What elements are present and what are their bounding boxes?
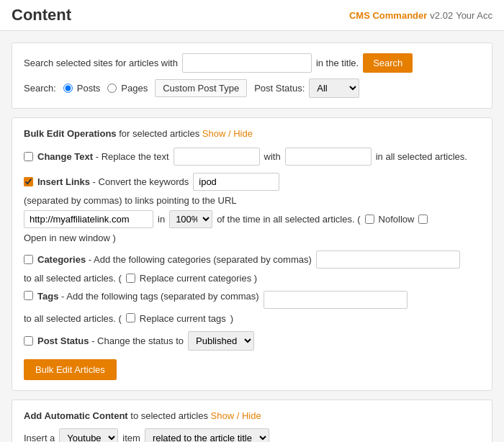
post-status-change-select[interactable]: Published Draft Pending	[188, 331, 254, 351]
to-all-tags-label: to all selected articles. (	[24, 313, 122, 324]
source-select[interactable]: Youtube Vimeo Twitter RSS	[59, 428, 118, 442]
change-text-checkbox[interactable]	[24, 152, 33, 161]
posts-label: Posts	[77, 83, 101, 94]
bulk-edit-articles-button[interactable]: Bulk Edit Articles	[24, 359, 117, 380]
change-text-to-input[interactable]	[285, 148, 372, 166]
in-all-selected-label: in all selected articles.	[376, 151, 467, 162]
auto-for-selected: to selected articles	[130, 410, 210, 421]
auto-content-row: Insert a Youtube Vimeo Twitter RSS item …	[24, 428, 480, 442]
in-label: in	[158, 214, 165, 225]
posts-radio[interactable]	[63, 84, 73, 93]
search-sites-label: Search selected sites for articles with	[24, 58, 178, 68]
related-select[interactable]: related to the article title latest	[145, 428, 269, 442]
categories-checkbox[interactable]	[24, 255, 33, 264]
for-selected-text: for selected articles	[119, 128, 202, 139]
replace-tags-end: )	[230, 313, 233, 324]
post-status-change-checkbox[interactable]	[24, 336, 33, 346]
tags-section: Tags - Add the following tags (separated…	[24, 291, 480, 324]
pages-radio[interactable]	[107, 84, 117, 93]
of-time-label: of the time in all selected articles. (	[217, 214, 360, 225]
tags-checkbox[interactable]	[24, 291, 33, 300]
item-label: item	[122, 433, 140, 442]
cms-commander-link[interactable]: CMS Commander	[349, 10, 427, 21]
post-status-change-label: Post Status - Change the status to	[37, 335, 184, 346]
insert-links-row2: in 100% 75% 50% 25% of the time in all s…	[24, 210, 480, 243]
insert-links-section: Insert Links - Convert the keywords (sep…	[24, 173, 480, 243]
auto-section-header: Add Automatic Content to selected articl…	[24, 410, 480, 421]
change-text-row: Change Text - Replace the text with in a…	[24, 148, 480, 166]
categories-row: Categories - Add the following categorie…	[24, 251, 480, 284]
post-status-label: Post Status:	[254, 83, 305, 94]
search-button[interactable]: Search	[363, 53, 413, 73]
auto-show-hide-link[interactable]: Show / Hide	[211, 410, 261, 421]
bulk-title: Bulk Edit Operations	[24, 128, 117, 139]
open-new-window-checkbox[interactable]	[418, 215, 428, 224]
percent-select[interactable]: 100% 75% 50% 25%	[169, 210, 212, 228]
your-acc-text: Your Acc	[456, 10, 492, 21]
tags-label: Tags - Add the following tags (separated…	[37, 291, 259, 302]
search-section: Search selected sites for articles with …	[12, 42, 492, 109]
tags-input[interactable]	[264, 291, 408, 309]
nofollow-checkbox[interactable]	[365, 215, 374, 224]
separated-by-label: (separated by commas) to links pointing …	[24, 195, 237, 206]
post-status-change-row: Post Status - Change the status to Publi…	[24, 331, 480, 351]
replace-categories-label: Replace current categories )	[140, 273, 257, 284]
replace-tags-checkbox[interactable]	[126, 313, 135, 323]
insert-links-row1: Insert Links - Convert the keywords (sep…	[24, 173, 480, 206]
tags-row: Tags - Add the following tags (separated…	[24, 291, 480, 324]
pages-label: Pages	[121, 83, 148, 94]
keywords-input[interactable]	[193, 173, 279, 191]
pages-radio-group: Pages	[107, 83, 148, 94]
in-title-text: in the title.	[316, 58, 359, 68]
nofollow-label: Nofollow	[379, 214, 415, 225]
posts-radio-group: Posts	[63, 83, 101, 94]
replace-categories-checkbox[interactable]	[126, 274, 135, 283]
post-status-select[interactable]: All Published Draft Pending	[309, 78, 359, 98]
post-status-group: Post Status: All Published Draft Pending	[254, 78, 359, 98]
top-bar-right: CMS Commander v2.02 Your Acc	[349, 10, 492, 21]
insert-links-label: Insert Links - Convert the keywords	[37, 176, 189, 187]
search-input[interactable]	[182, 53, 312, 73]
bulk-section-header: Bulk Edit Operations for selected articl…	[24, 128, 480, 139]
auto-content-section: Add Automatic Content to selected articl…	[12, 400, 492, 442]
search-row: Search selected sites for articles with …	[24, 53, 480, 73]
top-bar: Content CMS Commander v2.02 Your Acc	[0, 0, 504, 31]
change-text-from-input[interactable]	[174, 148, 260, 166]
with-label: with	[264, 151, 281, 162]
url-input[interactable]	[24, 210, 153, 228]
custom-post-type-button[interactable]: Custom Post Type	[155, 79, 247, 97]
insert-links-checkbox[interactable]	[24, 177, 33, 186]
bulk-show-hide-link[interactable]: Show / Hide	[202, 128, 253, 139]
open-new-window-label: Open in new window )	[24, 233, 116, 243]
categories-input[interactable]	[316, 251, 460, 269]
auto-title: Add Automatic Content	[24, 410, 128, 421]
page-title: Content	[12, 6, 71, 24]
replace-tags-label: Replace current tags	[140, 313, 226, 324]
insert-a-label: Insert a	[24, 433, 55, 442]
categories-label: Categories - Add the following categorie…	[37, 254, 312, 265]
main-content: Search selected sites for articles with …	[0, 31, 504, 442]
to-all-selected-cat: to all selected articles. (	[24, 273, 122, 284]
version-text: v2.02	[430, 10, 453, 21]
search-label: Search:	[24, 83, 56, 94]
categories-inner: Categories - Add the following categorie…	[24, 251, 480, 284]
search-options-row: Search: Posts Pages Custom Post Type Pos…	[24, 78, 480, 98]
change-text-label: Change Text - Replace the text	[37, 151, 169, 162]
categories-section: Categories - Add the following categorie…	[24, 251, 480, 284]
bulk-edit-section: Bulk Edit Operations for selected articl…	[12, 117, 492, 391]
